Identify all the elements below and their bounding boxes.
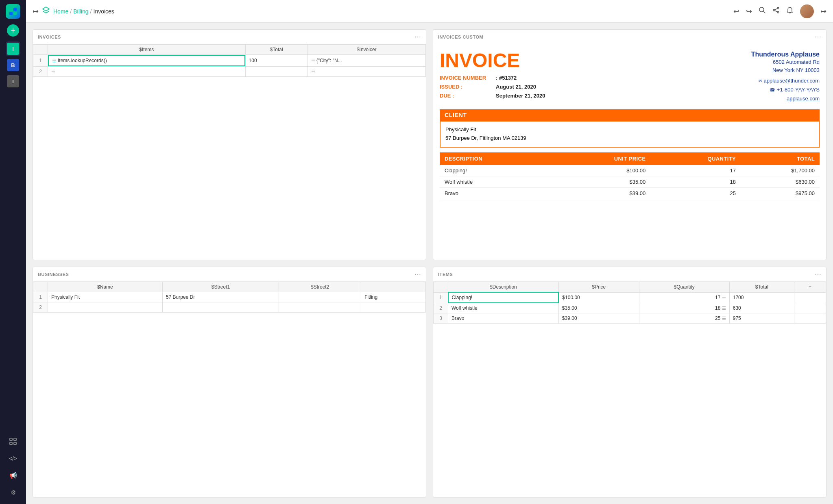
svg-rect-1 (13, 8, 17, 11)
user-avatar[interactable] (800, 4, 814, 18)
inv-col-total: TOTAL (741, 152, 820, 165)
item-price-1[interactable]: $100.00 (558, 292, 639, 303)
biz-extra-1[interactable]: Fitling (361, 292, 426, 302)
invoices-custom-menu[interactable]: ⋯ (815, 33, 821, 41)
company-website[interactable]: applause.com (751, 94, 820, 103)
items-col-desc[interactable]: $Description (448, 282, 559, 293)
sidebar-toggle-button[interactable]: ↦ (33, 7, 39, 16)
items-col-total[interactable]: $Total (729, 282, 794, 293)
inv-total-2: $630.00 (741, 176, 820, 187)
item-qty-1[interactable]: 17 ☰ (639, 292, 729, 303)
megaphone-icon[interactable]: 📢 (6, 468, 20, 483)
settings-icon[interactable]: ⚙ (6, 485, 20, 500)
qty-edit-icon-2[interactable]: ☰ (722, 306, 726, 311)
item-total-3[interactable]: 975 (729, 313, 794, 324)
client-box: Physically Fit 57 Burpee Dr, Fitlington … (440, 121, 820, 148)
biz-col-extra[interactable] (361, 282, 426, 292)
biz-col-street1[interactable]: $Street1 (162, 282, 279, 292)
table-row: 1 ☰ Items.lookupRecords() 100 ☰ {"City":… (33, 55, 426, 67)
undo-button[interactable]: ↩ (733, 7, 739, 16)
breadcrumb-home[interactable]: Home (53, 8, 68, 15)
qty-edit-icon-3[interactable]: ☰ (722, 316, 726, 321)
collapse-button[interactable]: ↦ (820, 7, 826, 16)
item-price-3[interactable]: $39.00 (558, 313, 639, 324)
biz-street1-2[interactable] (162, 302, 279, 313)
sidebar-item-billing[interactable]: B (6, 58, 20, 72)
biz-col-street2[interactable]: $Street2 (279, 282, 361, 292)
biz-row-num-2: 2 (33, 302, 48, 313)
client-addr: 57 Burpee Dr, Fitlington MA 02139 (445, 134, 814, 143)
billing-icon-letter: B (7, 59, 19, 71)
items-cell-2[interactable]: ☰ (48, 67, 246, 77)
items-col-add[interactable]: + (794, 282, 826, 293)
invoice-title-text: INVOICE (440, 51, 545, 70)
biz-street2-1[interactable] (279, 292, 361, 302)
item-desc-2[interactable]: Wolf whistle (448, 303, 559, 313)
item-total-2[interactable]: 630 (729, 303, 794, 313)
item-row-num-3: 3 (434, 313, 448, 324)
invoice-custom-body: INVOICE INVOICE NUMBER : #51372 ISSUED :… (433, 44, 826, 206)
items-col-qty[interactable]: $Quantity (639, 282, 729, 293)
row-num-1: 1 (33, 55, 48, 67)
invoices-panel-menu[interactable]: ⋯ (414, 33, 421, 41)
svg-rect-0 (9, 8, 13, 11)
share-button[interactable] (772, 7, 780, 16)
invoice-issued-label: ISSUED : (440, 83, 493, 91)
biz-name-1[interactable]: Physically Fit (48, 292, 163, 302)
biz-extra-2[interactable] (361, 302, 426, 313)
search-button[interactable] (759, 7, 766, 16)
invoicer-cell-1[interactable]: ☰ {"City": "N... (307, 55, 425, 67)
sidebar: + I B I </> 📢 ⚙ (0, 0, 26, 504)
layer-icon (42, 6, 50, 16)
invoices-col-invoicer[interactable]: $Invoicer (307, 45, 425, 55)
items-col-price[interactable]: $Price (558, 282, 639, 293)
breadcrumb-billing[interactable]: Billing (73, 8, 88, 15)
client-section-title: CLIENT (440, 109, 820, 121)
item-desc-1[interactable]: Clapping! (448, 292, 559, 303)
invoices-col-total[interactable]: $Total (245, 45, 307, 55)
svg-line-13 (775, 9, 777, 10)
total-cell-1[interactable]: 100 (245, 55, 307, 67)
item-qty-3[interactable]: 25 ☰ (639, 313, 729, 324)
biz-name-2[interactable] (48, 302, 163, 313)
item-total-1[interactable]: 1700 (729, 292, 794, 303)
businesses-panel-title: BUSINESSES (38, 272, 69, 277)
inv-desc-2: Wolf whistle (440, 176, 553, 187)
bell-button[interactable] (786, 7, 794, 16)
item-price-2[interactable]: $35.00 (558, 303, 639, 313)
code-icon[interactable]: </> (6, 451, 20, 466)
total-cell-2[interactable] (245, 67, 307, 77)
invoices-panel-header: INVOICES ⋯ (33, 30, 426, 44)
redo-button[interactable]: ↪ (746, 7, 752, 16)
formula-text: Items.lookupRecords() (58, 58, 107, 63)
items-formula-cell[interactable]: ☰ Items.lookupRecords() (48, 55, 245, 66)
invoices-custom-header: INVOICES Custom ⋯ (433, 30, 826, 44)
biz-street1-1[interactable]: 57 Burpee Dr (162, 292, 279, 302)
sidebar-item-invoices-nav[interactable]: I (6, 74, 20, 89)
businesses-panel-menu[interactable]: ⋯ (414, 270, 421, 278)
inv-price-2: $35.00 (553, 176, 651, 187)
add-button[interactable]: + (7, 24, 19, 37)
businesses-panel: BUSINESSES ⋯ $Name $Street1 $Street2 (33, 267, 426, 497)
grid-icon[interactable] (6, 434, 20, 449)
invoices-col-rownum (33, 45, 48, 55)
invoice-number-label: INVOICE NUMBER (440, 74, 493, 83)
items-panel-menu[interactable]: ⋯ (815, 270, 821, 278)
item-qty-2[interactable]: 18 ☰ (639, 303, 729, 313)
biz-col-name[interactable]: $Name (48, 282, 163, 292)
row-num-2: 2 (33, 67, 48, 77)
breadcrumb-invoices: Invoices (94, 8, 114, 15)
sidebar-item-page[interactable]: I (6, 41, 20, 56)
invoice-company: Thunderous Applause 6502 Automated Rd Ne… (751, 51, 820, 104)
biz-col-rownum (33, 282, 48, 292)
invoices-custom-title: INVOICES Custom (438, 35, 483, 39)
item-extra-3 (794, 313, 826, 324)
invoicer-cell-2[interactable]: ☰ (307, 67, 425, 77)
items-table: $Description $Price $Quantity $Total + 1… (433, 282, 826, 324)
company-email: ✉ applause@thunder.com (751, 76, 820, 85)
biz-street2-2[interactable] (279, 302, 361, 313)
qty-edit-icon-1[interactable]: ☰ (722, 295, 726, 300)
invoices-col-items[interactable]: $Items (48, 45, 246, 55)
item-desc-3[interactable]: Bravo (448, 313, 559, 324)
invoices-nav-icon-letter: I (7, 75, 19, 87)
